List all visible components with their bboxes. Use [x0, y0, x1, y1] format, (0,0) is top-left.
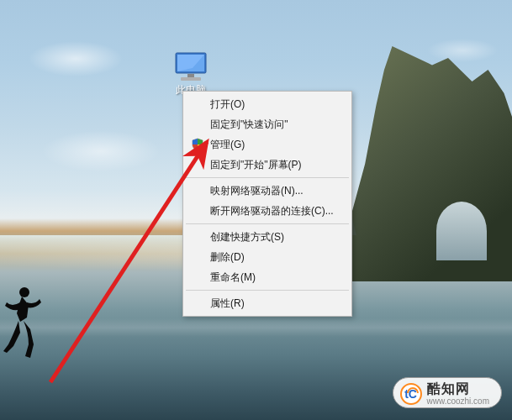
menu-item-delete[interactable]: 删除(D): [185, 247, 350, 267]
menu-item-map-drive[interactable]: 映射网络驱动器(N)...: [185, 181, 350, 201]
computer-icon: [172, 51, 209, 81]
svg-point-0: [19, 287, 29, 297]
menu-item-disconnect-drive[interactable]: 断开网络驱动器的连接(C)...: [185, 201, 350, 221]
runner-silhouette: [2, 284, 44, 360]
menu-item-label: 重命名(M): [210, 270, 256, 285]
menu-item-label: 断开网络驱动器的连接(C)...: [210, 204, 334, 218]
watermark-name: 酷知网: [427, 381, 489, 396]
menu-item-label: 属性(R): [210, 297, 245, 311]
menu-item-properties[interactable]: 属性(R): [185, 293, 350, 313]
menu-item-pin-quick-access[interactable]: 固定到"快速访问": [185, 114, 350, 134]
menu-item-label: 管理(G): [210, 138, 245, 152]
menu-item-create-shortcut[interactable]: 创建快捷方式(S): [185, 227, 350, 247]
watermark: tC 酷知网 www.coozhi.com: [393, 377, 502, 408]
watermark-url: www.coozhi.com: [427, 396, 489, 406]
watermark-logo-icon: tC: [400, 383, 422, 405]
shield-icon: [191, 138, 204, 151]
menu-item-rename[interactable]: 重命名(M): [185, 267, 350, 287]
context-menu: 打开(O) 固定到"快速访问" 管理(G) 固定到"开始"屏幕(P) 映射网络驱…: [182, 91, 352, 317]
menu-item-manage[interactable]: 管理(G): [185, 134, 350, 155]
menu-item-open[interactable]: 打开(O): [185, 94, 350, 114]
menu-item-label: 固定到"快速访问": [210, 118, 288, 132]
menu-item-label: 固定到"开始"屏幕(P): [210, 158, 302, 172]
svg-rect-5: [181, 77, 201, 81]
menu-item-label: 映射网络驱动器(N)...: [210, 184, 304, 198]
menu-separator: [186, 177, 349, 178]
svg-rect-4: [187, 74, 194, 77]
menu-separator: [186, 223, 349, 224]
menu-item-label: 创建快捷方式(S): [210, 230, 284, 244]
menu-item-label: 打开(O): [210, 97, 245, 112]
menu-separator: [186, 290, 349, 291]
menu-item-label: 删除(D): [210, 250, 245, 265]
menu-item-pin-start[interactable]: 固定到"开始"屏幕(P): [185, 155, 350, 175]
